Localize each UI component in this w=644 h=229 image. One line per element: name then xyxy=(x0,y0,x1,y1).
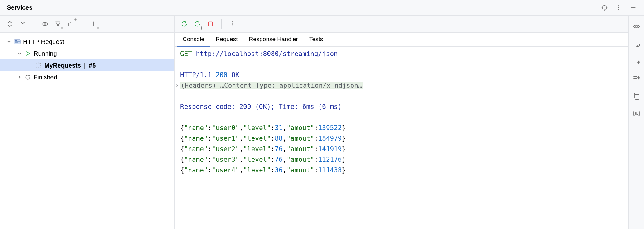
console-json-row: {"name":"user3","level":76,"amout":11217… xyxy=(176,154,625,165)
left-panel: HTTP Request Running xyxy=(0,16,175,229)
svg-marker-28 xyxy=(185,21,187,23)
svg-point-27 xyxy=(36,63,37,64)
stop-icon[interactable] xyxy=(205,19,216,29)
svg-point-24 xyxy=(38,67,39,68)
right-icon-bar xyxy=(628,16,644,229)
tree-node-label: MyRequests xyxy=(44,62,81,69)
api-icon xyxy=(14,38,21,45)
svg-point-32 xyxy=(232,21,233,22)
console-json-row: {"name":"user1","level":88,"amout":18497… xyxy=(176,133,625,144)
svg-point-23 xyxy=(40,67,41,68)
tree-node-finished[interactable]: Finished xyxy=(0,71,174,83)
tab-response-handler[interactable]: Response Handler xyxy=(243,33,304,47)
play-icon xyxy=(24,50,31,57)
more-vertical-icon[interactable] xyxy=(227,19,238,29)
svg-point-10 xyxy=(44,23,46,25)
tree-node-label: HTTP Request xyxy=(23,38,64,45)
console-json-row: {"name":"user0","level":31,"amout":13952… xyxy=(176,123,625,133)
tab-console[interactable]: Console xyxy=(177,33,210,47)
wrap-text-icon[interactable] xyxy=(631,39,642,49)
eye-icon[interactable] xyxy=(40,19,50,29)
tree-node-http-request[interactable]: HTTP Request xyxy=(0,36,174,48)
scroll-down-icon[interactable] xyxy=(631,73,642,84)
svg-point-26 xyxy=(36,65,36,66)
svg-point-0 xyxy=(602,5,607,10)
svg-rect-17 xyxy=(15,41,20,42)
console-json-row: {"name":"user2","level":76,"amout":14191… xyxy=(176,144,625,154)
tab-request[interactable]: Request xyxy=(210,33,243,47)
eye-icon[interactable] xyxy=(631,21,642,32)
tree-node-label: Running xyxy=(34,50,57,57)
minimize-icon[interactable] xyxy=(628,2,638,13)
rerun-icon xyxy=(24,74,31,81)
svg-marker-29 xyxy=(199,21,200,23)
panel-title: Services xyxy=(7,4,32,11)
new-tab-icon[interactable] xyxy=(66,19,76,29)
svg-point-21 xyxy=(40,63,41,64)
chevron-right-icon xyxy=(17,75,22,79)
body: HTTP Request Running xyxy=(0,16,644,229)
tree-node-myrequests[interactable]: MyRequests | #5 xyxy=(0,59,174,71)
tree-node-label: Finished xyxy=(34,74,57,81)
image-icon[interactable] xyxy=(631,108,642,119)
svg-point-6 xyxy=(618,7,619,8)
console-summary-line: Response code: 200 (OK); Time: 6ms (6 ms… xyxy=(176,101,625,112)
right-toolbar xyxy=(175,16,628,33)
svg-rect-45 xyxy=(635,94,639,99)
chevron-down-icon xyxy=(7,40,11,44)
add-icon[interactable] xyxy=(88,19,99,29)
tree-node-num: #5 xyxy=(89,62,96,69)
filter-icon[interactable] xyxy=(53,19,63,29)
scroll-up-icon[interactable] xyxy=(631,56,642,67)
rerun-settings-icon[interactable] xyxy=(192,19,203,29)
copy-icon[interactable] xyxy=(631,91,642,101)
right-panel: Console Request Response Handler Tests G… xyxy=(175,16,628,229)
svg-point-22 xyxy=(40,65,41,66)
chevron-down-icon xyxy=(17,52,22,55)
spinner-icon xyxy=(35,62,42,69)
svg-point-35 xyxy=(636,26,637,27)
console-request-line: GET http://localhost:8080/streaming/json xyxy=(176,49,625,59)
svg-point-20 xyxy=(38,63,39,63)
console-json-row: {"name":"user4","level":36,"amout":11143… xyxy=(176,165,625,175)
svg-marker-19 xyxy=(26,51,30,56)
tab-tests[interactable]: Tests xyxy=(304,33,329,47)
console-headers-fold[interactable]: ›(Headers) …Content-Type: application/x-… xyxy=(176,80,625,91)
rerun-icon[interactable] xyxy=(179,19,190,29)
console-output[interactable]: GET http://localhost:8080/streaming/json… xyxy=(175,47,628,229)
expand-collapse-icon[interactable] xyxy=(4,19,15,29)
tree-node-divider: | xyxy=(84,62,86,69)
more-vertical-icon[interactable] xyxy=(613,2,624,13)
svg-point-30 xyxy=(201,27,202,29)
svg-point-33 xyxy=(232,23,233,24)
collapse-all-icon[interactable] xyxy=(17,19,28,29)
svg-rect-16 xyxy=(15,40,17,41)
svg-rect-31 xyxy=(209,22,213,26)
left-toolbar xyxy=(0,16,174,33)
svg-point-47 xyxy=(635,112,636,114)
svg-point-7 xyxy=(618,9,619,10)
svg-point-25 xyxy=(36,67,37,68)
target-icon[interactable] xyxy=(599,2,610,13)
tree-node-running[interactable]: Running xyxy=(0,48,174,59)
tabs: Console Request Response Handler Tests xyxy=(175,33,628,47)
svg-rect-18 xyxy=(15,42,18,43)
svg-point-34 xyxy=(232,26,233,26)
title-bar: Services xyxy=(0,0,644,16)
tree: HTTP Request Running xyxy=(0,33,174,83)
console-status-line: HTTP/1.1 200 OK xyxy=(176,70,625,80)
svg-point-5 xyxy=(618,5,619,6)
